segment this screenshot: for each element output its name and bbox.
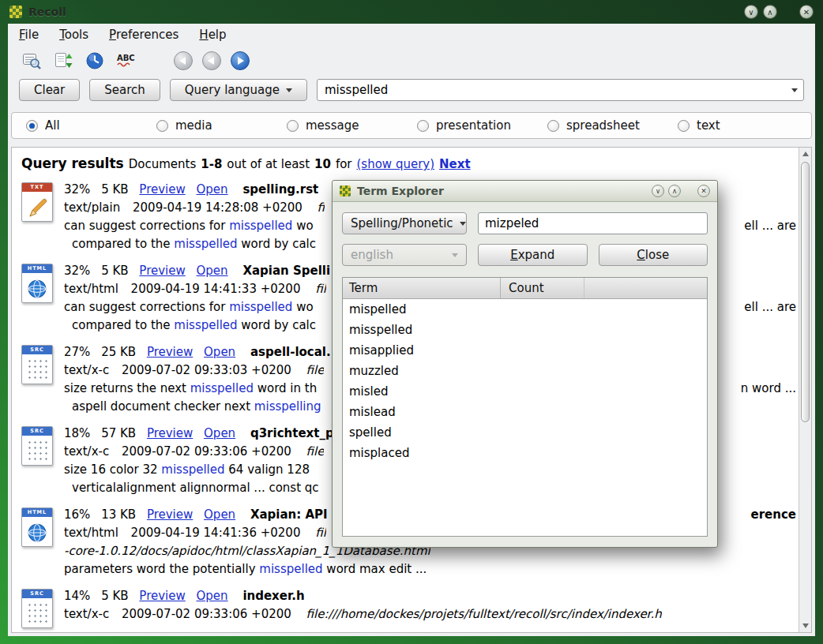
expansion-mode-select[interactable]: Spelling/Phonetic	[342, 212, 467, 234]
menu-tools[interactable]: Tools	[59, 28, 88, 42]
unshade-window-button[interactable]: ∧	[763, 5, 777, 19]
radio-icon[interactable]	[287, 120, 299, 132]
menu-file[interactable]: File	[19, 28, 39, 42]
chevron-down-icon	[460, 222, 466, 226]
highlighted-term: misspelled	[174, 318, 237, 332]
mime-type: text/x-c	[64, 363, 109, 377]
file-size: 25 KB	[101, 345, 136, 359]
preview-link[interactable]: Preview	[147, 426, 193, 440]
preview-link[interactable]: Preview	[147, 345, 193, 359]
summary-text: Documents	[129, 157, 197, 171]
filter-presentation[interactable]: presentation	[417, 118, 547, 133]
shade-window-button[interactable]: ∨	[744, 5, 758, 19]
titlebar[interactable]: Recoll ∨ ∧ ✕	[0, 0, 823, 24]
prev-page-icon[interactable]	[174, 51, 193, 70]
open-link[interactable]: Open	[204, 426, 235, 440]
radio-icon[interactable]	[678, 120, 690, 132]
abstract-text: n word ...	[731, 380, 796, 398]
language-select: english	[342, 244, 467, 266]
term-row[interactable]: misled	[343, 381, 707, 402]
next-page-icon[interactable]	[231, 51, 250, 70]
filter-message[interactable]: message	[287, 118, 417, 133]
term-row[interactable]: spelled	[343, 422, 707, 443]
shade-dialog-button[interactable]: ∨	[652, 185, 664, 197]
filter-label: All	[45, 118, 60, 133]
expand-button[interactable]: Expand	[478, 244, 588, 266]
term-row[interactable]: misplaced	[343, 443, 707, 463]
scroll-up-button[interactable]	[799, 148, 811, 160]
term-input[interactable]	[478, 212, 708, 234]
close-dialog-window-button[interactable]: ✕	[697, 185, 710, 197]
unshade-dialog-button[interactable]: ∧	[668, 185, 681, 197]
file-date: 2009-07-02 09:33:06 +0200	[122, 607, 291, 621]
results-scrollbar[interactable]	[799, 148, 811, 632]
menu-help[interactable]: Help	[199, 28, 226, 42]
preview-link[interactable]: Preview	[139, 589, 185, 603]
open-link[interactable]: Open	[197, 589, 228, 603]
result-filename: aspell-local.	[250, 345, 331, 359]
preview-link[interactable]: Preview	[139, 264, 185, 278]
file-url: file	[306, 363, 325, 377]
query-bar: Clear Search Query language misspelled	[8, 77, 815, 103]
sort-document-icon[interactable]	[52, 50, 74, 72]
summary-total: 10	[314, 157, 331, 171]
next-page-link[interactable]: Next	[439, 157, 471, 171]
file-date: 2009-04-19 14:41:36 +0200	[131, 526, 301, 540]
radio-icon[interactable]	[156, 120, 168, 132]
language-value: english	[351, 248, 393, 262]
search-query-combobox[interactable]: misspelled	[317, 79, 804, 101]
arrow-up-icon	[802, 152, 809, 156]
terms-table-header[interactable]: Term Count	[343, 278, 707, 299]
query-language-select[interactable]: Query language	[170, 79, 307, 101]
term-explorer-titlebar[interactable]: Term Explorer ∨ ∧ ✕	[333, 181, 717, 202]
term-row[interactable]: mispelled	[343, 299, 707, 320]
menu-preferences[interactable]: Preferences	[109, 28, 179, 42]
scroll-down-button[interactable]	[799, 620, 811, 632]
close-window-button[interactable]: ✕	[799, 5, 814, 19]
file-icon-label: SRC	[22, 590, 52, 598]
highlighted-term: misspelling	[254, 399, 321, 414]
open-link[interactable]: Open	[197, 182, 228, 197]
result-filename: Xapian: API	[250, 507, 328, 522]
term-row[interactable]: muzzled	[343, 361, 707, 381]
combobox-dropdown-button[interactable]	[786, 80, 803, 100]
abstract-text: can suggest corrections for	[64, 300, 229, 314]
result-row: SRC 14% 5 KB Preview Open indexer.h text…	[21, 587, 796, 628]
preview-link[interactable]: Preview	[147, 507, 193, 522]
result-filename: q3richtext_p	[250, 426, 334, 440]
preview-link[interactable]: Preview	[139, 182, 185, 197]
term-column-header[interactable]: Term	[343, 278, 501, 298]
highlighted-term: misspelled	[229, 300, 292, 314]
scrollbar-thumb[interactable]	[801, 162, 810, 422]
query-details-icon[interactable]	[21, 50, 43, 72]
show-query-link[interactable]: (show query)	[357, 157, 435, 171]
prev-page-icon-2[interactable]	[202, 51, 221, 70]
abstract-text: word max edit ...	[323, 562, 427, 576]
count-column-header[interactable]: Count	[501, 278, 584, 298]
file-url: file:///home/dockes/projets/fulltext/rec…	[306, 607, 662, 621]
term-row[interactable]: misspelled	[343, 320, 707, 340]
spellcheck-abc-icon[interactable]: ABC	[115, 50, 137, 72]
filter-media[interactable]: media	[156, 118, 287, 133]
filter-spreadsheet[interactable]: spreadsheet	[547, 118, 678, 133]
result-filename: Xapian Spelli	[242, 264, 330, 278]
history-clock-icon[interactable]	[84, 50, 106, 72]
clear-button[interactable]: Clear	[19, 79, 80, 101]
radio-icon[interactable]	[547, 120, 559, 132]
mime-type: text/html	[64, 282, 118, 296]
summary-range: 1-8	[201, 157, 222, 171]
term-row[interactable]: misapplied	[343, 340, 707, 361]
chevron-down-icon	[452, 253, 458, 257]
filter-text[interactable]: text	[678, 118, 808, 133]
radio-icon[interactable]	[417, 120, 429, 132]
search-button[interactable]: Search	[89, 79, 160, 101]
term-row[interactable]: mislead	[343, 402, 707, 422]
open-link[interactable]: Open	[204, 345, 235, 359]
open-link[interactable]: Open	[204, 507, 235, 522]
radio-selected-icon[interactable]	[26, 120, 38, 132]
filter-all[interactable]: All	[26, 118, 156, 133]
pencil-icon	[22, 194, 52, 221]
open-link[interactable]: Open	[197, 264, 228, 278]
file-size: 5 KB	[101, 182, 128, 197]
close-button[interactable]: Close	[599, 244, 708, 266]
